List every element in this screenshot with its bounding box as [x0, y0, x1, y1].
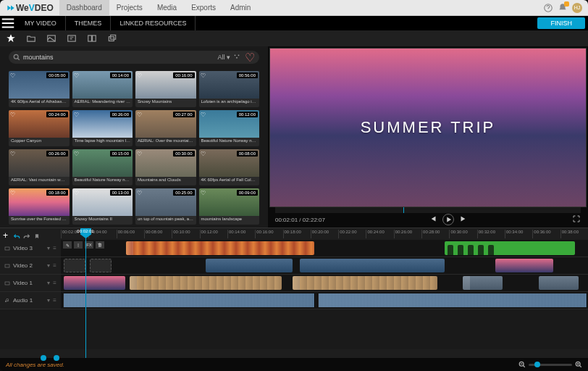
favorite-icon[interactable]: ♡ [74, 190, 79, 196]
track-lane[interactable] [61, 275, 588, 291]
ruler-tick[interactable]: 00:28:00 [421, 230, 449, 238]
media-clip[interactable]: ♡00:05:004K 60fps Aerial of Athabasca... [9, 71, 70, 107]
ruler-tick[interactable]: 00:26:00 [394, 230, 421, 238]
media-clip[interactable]: ♡00:13:00Snowy Mountains II [72, 188, 133, 225]
track-label[interactable]: Video 3▾≡ [0, 240, 61, 257]
subnav-item[interactable]: MY VIDEO [16, 16, 66, 30]
ruler-tick[interactable]: 00:14:00 [227, 230, 255, 238]
timeline-clip[interactable] [293, 276, 437, 290]
track-label[interactable]: Video 2▾≡ [0, 257, 61, 274]
timeline-clip[interactable] [206, 259, 293, 272]
timeline-clip[interactable] [126, 241, 314, 255]
marker-button[interactable] [33, 230, 41, 238]
search-filter-all[interactable]: All ▾ [217, 54, 230, 61]
ruler-tick[interactable]: 00:32:00 [477, 230, 505, 238]
ruler-tick[interactable]: 00:36:00 [532, 230, 560, 238]
media-clip[interactable]: ♡00:16:00Snowy Mountains [135, 71, 196, 107]
favorite-icon[interactable]: ♡ [201, 112, 206, 118]
text-tab-icon[interactable] [67, 33, 77, 43]
media-clip[interactable]: ♡00:56:00Lofoten is an archipelago in th… [199, 71, 260, 107]
ruler-tick[interactable]: 00:24:00 [366, 230, 393, 238]
media-clip[interactable]: ♡00:18:00Sunrise over the Forested Mo... [9, 188, 70, 225]
help-icon[interactable] [543, 3, 553, 13]
ruler-tick[interactable]: 00:06:00 [117, 230, 144, 238]
favorite-icon[interactable]: ♡ [74, 151, 79, 157]
fullscreen-icon[interactable] [572, 213, 581, 226]
favorite-icon[interactable]: ♡ [137, 112, 142, 118]
track-label[interactable]: Video 1▾≡ [0, 275, 61, 291]
keyframe-marker[interactable] [41, 355, 46, 361]
folder-tab-icon[interactable] [26, 33, 36, 43]
favorite-icon[interactable]: ♡ [137, 72, 142, 79]
media-clip[interactable]: ♡00:30:00Mountains and Clouds [135, 149, 196, 186]
media-clip[interactable]: ♡00:09:00mountains landscape [199, 188, 260, 225]
favorite-icon[interactable]: ♡ [201, 151, 206, 157]
topnav-media[interactable]: Media [150, 0, 184, 15]
favorite-icon[interactable]: ♡ [10, 112, 15, 118]
topnav-exports[interactable]: Exports [184, 0, 223, 15]
zoom-in-icon[interactable] [575, 358, 582, 371]
timeline-clip[interactable] [495, 259, 553, 272]
favorite-icon[interactable]: ♡ [10, 72, 15, 79]
ruler-tick[interactable]: 00:22:00 [338, 230, 366, 238]
track-lane[interactable] [61, 292, 588, 309]
layers-tab-icon[interactable] [107, 33, 117, 43]
favorite-icon[interactable]: ♡ [137, 151, 142, 157]
track-label[interactable]: Audio 1▾≡ [0, 292, 61, 309]
ruler-tick[interactable]: 00:20:00 [311, 230, 338, 238]
topnav-dashboard[interactable]: Dashboard [59, 0, 109, 15]
timeline-clip[interactable] [64, 276, 125, 290]
finish-button[interactable]: FINISH [537, 17, 585, 29]
ruler-tick[interactable]: 00:30:00 [449, 230, 476, 238]
subnav-item[interactable]: THEMES [66, 16, 112, 30]
favorite-icon[interactable]: ♡ [201, 190, 206, 196]
clip-fx-button[interactable]: | [74, 241, 83, 249]
skip-back-button[interactable] [428, 214, 438, 224]
hamburger-menu-icon[interactable] [0, 15, 16, 31]
media-clip[interactable]: ♡00:26:00AERIAL: Vast mountain wall in .… [9, 149, 70, 186]
ruler-tick[interactable]: 00:08:00 [144, 230, 172, 238]
media-clip[interactable]: ♡00:08:004K 60fps Aerial of Fall Colors … [199, 149, 260, 186]
favorite-icon[interactable]: ♡ [201, 72, 206, 79]
subnav-item[interactable]: LINKED RESOURCES [111, 16, 196, 30]
keyframe-marker[interactable] [54, 355, 59, 361]
favorites-heart-icon[interactable]: ♡ [245, 51, 255, 64]
transition-tab-icon[interactable] [87, 33, 97, 43]
undo-button[interactable] [13, 230, 20, 238]
audio-clip[interactable] [319, 293, 587, 307]
zoom-slider[interactable] [529, 364, 572, 366]
clip-fx-button[interactable]: ✎ [63, 241, 72, 249]
search-settings-icon[interactable] [233, 53, 240, 62]
timeline-clip[interactable] [445, 241, 575, 255]
ruler-tick[interactable]: 00:18:00 [283, 230, 311, 238]
timeline-clip[interactable] [130, 276, 282, 290]
avatar[interactable]: HJ [572, 3, 582, 13]
media-clip[interactable]: ♡00:27:00AERIAL: Over the mountain cliff [135, 110, 196, 146]
star-tab-icon[interactable] [6, 33, 16, 43]
search-input[interactable] [23, 54, 214, 61]
timeline-clip[interactable] [64, 259, 85, 272]
skip-forward-button[interactable] [458, 214, 469, 224]
topnav-admin[interactable]: Admin [223, 0, 258, 15]
topnav-projects[interactable]: Projects [109, 0, 150, 15]
favorite-icon[interactable]: ♡ [74, 112, 79, 118]
favorite-icon[interactable]: ♡ [10, 190, 15, 196]
image-tab-icon[interactable] [46, 33, 56, 43]
timeline-playhead[interactable]: 00:02:01 [85, 228, 86, 358]
ruler-tick[interactable]: 00:10:00 [172, 230, 199, 238]
media-clip[interactable]: ♡00:24:00Copper Canyon [9, 110, 70, 146]
ruler-tick[interactable]: 00:12:00 [200, 230, 227, 238]
play-button[interactable] [442, 214, 454, 225]
logo[interactable]: WeVDEO [0, 3, 59, 13]
audio-clip[interactable] [64, 293, 314, 307]
timeline-clip[interactable] [539, 276, 579, 290]
add-track-button[interactable]: + [3, 230, 10, 238]
ruler-tick[interactable]: 00:16:00 [255, 230, 282, 238]
timeline-clip[interactable] [463, 276, 503, 290]
media-clip[interactable]: ♡00:25:00on top of mountain peak, aeri..… [135, 188, 196, 225]
ruler-tick[interactable]: 00:38:00 [560, 230, 588, 238]
notification-bell-icon[interactable] [558, 3, 568, 13]
media-clip[interactable]: ♡00:12:00Beautiful Nature Norway natu... [199, 110, 260, 146]
favorite-icon[interactable]: ♡ [10, 151, 15, 157]
media-clip[interactable]: ♡00:26:00Time lapse high mountain lan... [72, 110, 133, 146]
